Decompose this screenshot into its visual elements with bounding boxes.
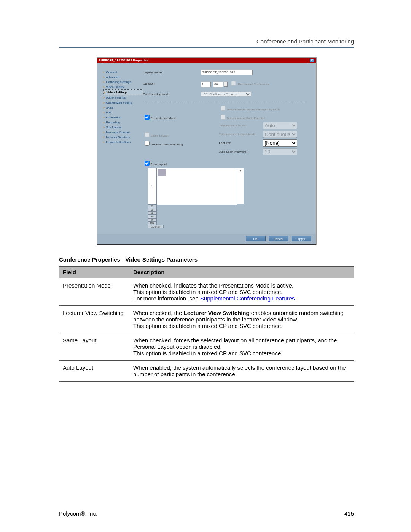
sidebar: General Advanced Gathering Settings Vide… xyxy=(97,63,143,234)
footer-page: 415 xyxy=(344,510,354,517)
tele-layout-mode-label: Telepresence Layout Mode: xyxy=(219,133,263,136)
auto-layout-checkbox[interactable] xyxy=(145,161,150,166)
tele-mode-label: Telepresence Mode: xyxy=(219,124,263,127)
lecturer-label: Lecturer: xyxy=(219,141,263,145)
row-presentation-field: Presentation Mode xyxy=(59,278,129,306)
row-presentation-desc: When checked, indicates that the Present… xyxy=(129,278,354,306)
duration-field: : Permanent Conference xyxy=(201,80,269,87)
properties-dialog: SUPPORT_1802551929 Properties ✕ General … xyxy=(97,58,316,245)
same-layout-checkbox xyxy=(145,132,150,137)
spinner-icon[interactable] xyxy=(224,82,228,87)
layout-tab-1[interactable]: 1 xyxy=(148,168,157,204)
presentation-mode-label: Presentation Mode xyxy=(151,117,176,120)
tele-layout-mode-select: Continuous Presence (MU xyxy=(263,131,297,138)
lecturer-switch-label: Lecturer View Switching xyxy=(151,143,183,146)
tele-mode-select: Auto xyxy=(263,122,297,129)
layout-dropdown-col: ▾ xyxy=(237,168,244,204)
layout-preview xyxy=(157,168,237,205)
tele-enabled-label: Telepresence Mode Enabled xyxy=(227,117,265,120)
params-table: Field Description Presentation Mode When… xyxy=(59,266,354,382)
titlebar: SUPPORT_1802551929 Properties ✕ xyxy=(97,58,316,63)
layout-tab-2[interactable]: 2 xyxy=(148,204,157,208)
auto-layout-label: Auto Layout xyxy=(151,163,167,166)
permanent-checkbox xyxy=(231,81,236,86)
layout-selector: 1 ▾ 2 3 4 5+ 9 xyxy=(148,168,311,228)
sidebar-item-information[interactable]: Information xyxy=(103,115,143,120)
col-description: Description xyxy=(129,266,354,278)
row-auto-layout-field: Auto Layout xyxy=(59,361,129,382)
cancel-button[interactable]: Cancel xyxy=(269,236,288,241)
duration-label: Duration: xyxy=(143,82,201,85)
sidebar-item-advanced[interactable]: Advanced xyxy=(103,75,143,80)
presentation-mode-checkbox[interactable] xyxy=(145,115,150,120)
layout-tab-10plus[interactable]: 10+ xyxy=(148,222,157,225)
tele-enabled-checkbox xyxy=(221,115,226,120)
window-title: SUPPORT_1802551929 Properties xyxy=(99,58,148,63)
layout-tab-overlay[interactable]: Overlay xyxy=(148,225,164,228)
close-icon[interactable]: ✕ xyxy=(310,59,314,62)
sidebar-item-ivr[interactable]: IVR xyxy=(103,110,143,115)
layout-thumb[interactable] xyxy=(158,169,166,176)
sidebar-item-video-quality[interactable]: Video Quality xyxy=(103,85,143,89)
sidebar-item-message-overlay[interactable]: Message Overlay xyxy=(103,130,143,135)
display-name-input[interactable] xyxy=(201,70,253,75)
chevron-down-icon[interactable]: ▾ xyxy=(240,169,241,173)
tele-managed-label: Telepresence Layout managed by MCU xyxy=(227,108,280,111)
page-header: Conference and Participant Monitoring xyxy=(59,38,354,45)
layout-tab-9[interactable]: 9 xyxy=(148,218,157,222)
lecturer-switch-checkbox[interactable] xyxy=(145,141,150,146)
tele-managed-checkbox xyxy=(221,106,226,111)
sidebar-item-audio[interactable]: Audio Settings xyxy=(103,95,143,100)
row-same-layout-field: Same Layout xyxy=(59,333,129,361)
sidebar-item-recording[interactable]: Recording xyxy=(103,120,143,125)
sidebar-item-skins[interactable]: Skins xyxy=(103,105,143,110)
table-title: Conference Properties - Video Settings P… xyxy=(59,256,354,263)
supplemental-link[interactable]: Supplemental Conferencing Features xyxy=(200,295,295,302)
ok-button[interactable]: OK xyxy=(246,236,266,241)
footer-left: Polycom®, Inc. xyxy=(59,510,97,517)
sidebar-item-gathering[interactable]: Gathering Settings xyxy=(103,80,143,85)
header-rule xyxy=(59,47,354,48)
table-row: Presentation Mode When checked, indicate… xyxy=(59,278,354,306)
dialog-buttons: OK Cancel Apply xyxy=(97,234,316,244)
sidebar-item-network-services[interactable]: Network Services xyxy=(103,135,143,140)
table-row: Lecturer View Switching When checked, th… xyxy=(59,306,354,333)
conferencing-mode-select: CP (Continuous Presence) xyxy=(201,92,251,96)
same-layout-label: Same Layout xyxy=(151,134,169,137)
sidebar-item-customized-polling[interactable]: Customized Polling xyxy=(103,100,143,105)
layout-tab-3[interactable]: 3 xyxy=(148,208,157,211)
row-auto-layout-desc: When enabled, the system automatically s… xyxy=(129,361,354,382)
display-name-label: Display Name: xyxy=(143,71,201,74)
sidebar-item-site-names[interactable]: Site Names xyxy=(103,125,143,130)
lecturer-select[interactable]: [None] xyxy=(263,139,297,147)
table-row: Auto Layout When enabled, the system aut… xyxy=(59,361,354,382)
sidebar-item-video-settings[interactable]: Video Settings xyxy=(103,89,143,95)
table-row: Same Layout When checked, forces the sel… xyxy=(59,333,354,361)
divider xyxy=(143,101,307,101)
auto-scan-select: 10 xyxy=(263,148,297,155)
duration-hours-input[interactable] xyxy=(201,82,211,87)
layout-tab-5plus[interactable]: 5+ xyxy=(148,215,157,218)
row-lecturer-desc: When checked, the Lecturer View Switchin… xyxy=(129,306,354,333)
row-same-layout-desc: When checked, forces the selected layout… xyxy=(129,333,354,361)
sidebar-item-general[interactable]: General xyxy=(103,70,143,75)
sidebar-item-layout-indications[interactable]: Layout Indications xyxy=(103,140,143,145)
layout-tab-4[interactable]: 4 xyxy=(148,211,157,215)
col-field: Field xyxy=(59,266,129,278)
duration-minutes-input[interactable] xyxy=(213,82,223,87)
conferencing-mode-label: Conferencing Mode: xyxy=(143,93,201,96)
apply-button[interactable]: Apply xyxy=(292,236,311,241)
row-lecturer-field: Lecturer View Switching xyxy=(59,306,129,333)
auto-scan-label: Auto Scan Interval(s): xyxy=(219,150,263,153)
footer: Polycom®, Inc. 415 xyxy=(59,510,354,517)
permanent-label: Permanent Conference xyxy=(238,83,269,86)
